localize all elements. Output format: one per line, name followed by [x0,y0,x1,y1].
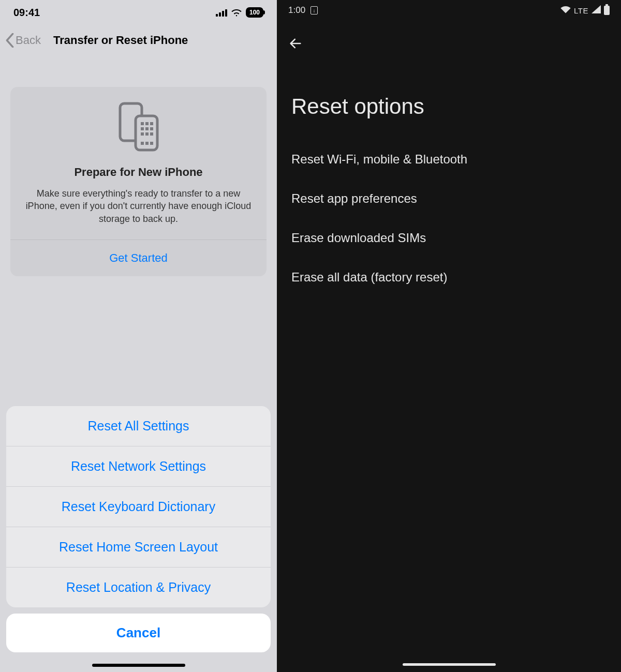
svg-rect-13 [150,142,153,145]
svg-rect-3 [145,122,149,125]
download-icon: ↓ [310,6,318,14]
ios-status-bar: 09:41 100 [0,0,277,25]
cancel-button[interactable]: Cancel [6,614,271,652]
cellular-signal-icon [216,8,227,17]
ios-status-right: 100 [216,7,263,18]
prepare-card: Prepare for New iPhone Make sure everyth… [10,87,267,276]
erase-downloaded-sims[interactable]: Erase downloaded SIMs [277,218,621,258]
get-started-button[interactable]: Get Started [10,240,267,276]
cellular-signal-icon [592,5,601,16]
two-phones-icon [23,101,254,153]
reset-all-settings[interactable]: Reset All Settings [6,406,271,446]
android-screen: 1:00 ↓ LTE Reset options Reset Wi-Fi, mo… [277,0,621,672]
ios-nav-bar: Back Transfer or Reset iPhone [0,25,277,56]
back-button[interactable]: Back [5,33,41,48]
svg-rect-6 [145,127,149,130]
back-button[interactable] [277,21,621,58]
reset-app-preferences[interactable]: Reset app preferences [277,179,621,218]
wifi-icon [231,8,242,17]
svg-rect-10 [150,132,153,136]
page-title: Transfer or Reset iPhone [53,34,188,47]
action-sheet-list: Reset All Settings Reset Network Setting… [6,406,271,607]
card-title: Prepare for New iPhone [23,166,254,179]
action-sheet: Reset All Settings Reset Network Setting… [0,406,277,672]
battery-icon [604,6,610,15]
network-label: LTE [574,6,588,15]
reset-wifi-mobile-bluetooth[interactable]: Reset Wi-Fi, mobile & Bluetooth [277,140,621,179]
arrow-left-icon [288,36,303,51]
svg-rect-2 [141,122,144,125]
svg-rect-11 [141,142,144,145]
svg-rect-9 [145,132,149,136]
home-indicator[interactable] [403,663,496,666]
ios-time: 09:41 [13,7,40,19]
svg-rect-12 [145,142,149,145]
reset-keyboard-dictionary[interactable]: Reset Keyboard Dictionary [6,487,271,527]
battery-icon: 100 [246,7,263,18]
card-body: Make sure everything's ready to transfer… [23,187,254,225]
android-status-bar: 1:00 ↓ LTE [277,0,621,21]
ios-screen: 09:41 100 Back Transfer or Reset iPhone [0,0,277,672]
svg-rect-7 [150,127,153,130]
svg-rect-8 [141,132,144,136]
reset-home-screen-layout[interactable]: Reset Home Screen Layout [6,527,271,568]
erase-all-data[interactable]: Erase all data (factory reset) [277,258,621,297]
page-title: Reset options [277,58,621,140]
home-indicator[interactable] [92,664,185,667]
reset-network-settings[interactable]: Reset Network Settings [6,446,271,487]
chevron-left-icon [5,33,14,48]
svg-rect-5 [141,127,144,130]
reset-location-privacy[interactable]: Reset Location & Privacy [6,568,271,607]
svg-rect-4 [150,122,153,125]
android-time: 1:00 [288,5,305,16]
wifi-icon [560,5,571,16]
back-label: Back [16,34,41,47]
